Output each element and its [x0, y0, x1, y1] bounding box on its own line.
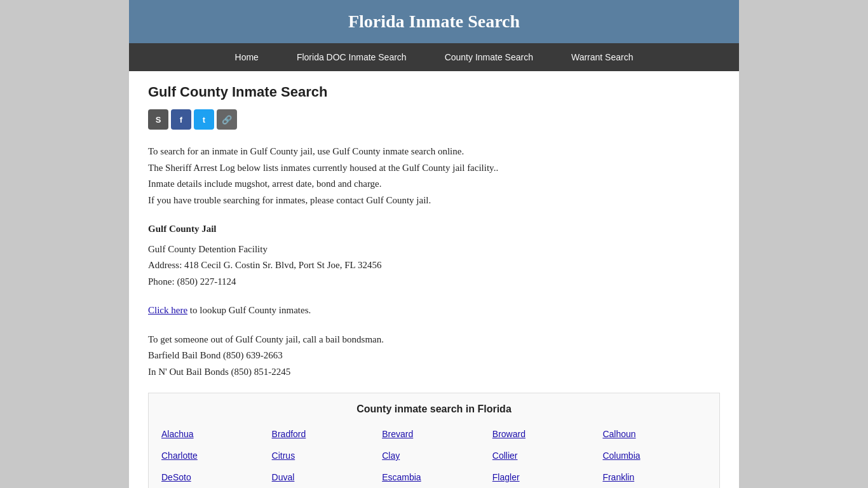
- county-section-title: County inmate search in Florida: [161, 403, 707, 415]
- county-link-charlotte[interactable]: Charlotte: [161, 447, 266, 464]
- county-link-alachua[interactable]: Alachua: [161, 425, 266, 443]
- click-here-link[interactable]: Click here: [148, 305, 187, 315]
- jail-phone: Phone: (850) 227-1124: [148, 274, 720, 290]
- county-link-broward[interactable]: Broward: [492, 425, 597, 443]
- county-link-duval[interactable]: Duval: [272, 468, 376, 486]
- share-buttons: S f t 🔗: [148, 109, 720, 130]
- intro-line: The Sheriff Arrest Log below lists inmat…: [148, 160, 720, 177]
- site-title: Florida Inmate Search: [348, 11, 520, 31]
- county-link-escambia[interactable]: Escambia: [382, 468, 486, 486]
- page-heading: Gulf County Inmate Search: [148, 84, 720, 100]
- county-section: County inmate search in Florida AlachuaB…: [148, 393, 720, 488]
- county-link-bradford[interactable]: Bradford: [272, 425, 376, 443]
- copy-link-button[interactable]: 🔗: [217, 109, 237, 130]
- county-link-citrus[interactable]: Citrus: [272, 447, 376, 464]
- nav-item-home[interactable]: Home: [216, 43, 278, 71]
- county-link-desoto[interactable]: DeSoto: [161, 468, 266, 486]
- intro-line: If you have trouble searching for inmate…: [148, 193, 720, 209]
- lookup-suffix: to lookup Gulf County inmates.: [187, 305, 311, 315]
- jail-info: Gulf County Jail Gulf County Detention F…: [148, 221, 720, 290]
- twitter-button[interactable]: t: [194, 109, 214, 130]
- county-link-flagler[interactable]: Flagler: [492, 468, 597, 486]
- county-link-franklin[interactable]: Franklin: [602, 468, 707, 486]
- intro-text: To search for an inmate in Gulf County j…: [148, 144, 720, 208]
- county-link-collier[interactable]: Collier: [492, 447, 597, 464]
- jail-address: Address: 418 Cecil G. Costin Sr. Blvd, P…: [148, 257, 720, 274]
- bail-info: To get someone out of Gulf County jail, …: [148, 332, 720, 381]
- bail-bond2: In N' Out Bail Bonds (850) 851-2245: [148, 364, 720, 381]
- intro-line: To search for an inmate in Gulf County j…: [148, 144, 720, 160]
- main-content: Gulf County Inmate Search S f t 🔗 To sea…: [129, 71, 739, 488]
- county-link-calhoun[interactable]: Calhoun: [602, 425, 707, 443]
- county-grid: AlachuaBradfordBrevardBrowardCalhounChar…: [161, 425, 707, 488]
- facebook-button[interactable]: f: [171, 109, 191, 130]
- county-link-brevard[interactable]: Brevard: [382, 425, 486, 443]
- share-button[interactable]: S: [148, 109, 168, 130]
- site-header: Florida Inmate Search: [129, 0, 739, 43]
- bail-bond1: Barfield Bail Bond (850) 639-2663: [148, 348, 720, 364]
- county-link-clay[interactable]: Clay: [382, 447, 486, 464]
- nav-item-county-search[interactable]: County Inmate Search: [426, 43, 552, 71]
- main-nav: HomeFlorida DOC Inmate SearchCounty Inma…: [129, 43, 739, 71]
- nav-item-warrant-search[interactable]: Warrant Search: [552, 43, 653, 71]
- bail-intro: To get someone out of Gulf County jail, …: [148, 332, 720, 348]
- jail-facility: Gulf County Detention Facility: [148, 241, 720, 258]
- intro-line: Inmate details include mugshot, arrest d…: [148, 176, 720, 193]
- nav-item-doc-search[interactable]: Florida DOC Inmate Search: [278, 43, 426, 71]
- county-link-columbia[interactable]: Columbia: [602, 447, 707, 464]
- lookup-text: Click here to lookup Gulf County inmates…: [148, 302, 720, 319]
- jail-title: Gulf County Jail: [148, 221, 720, 238]
